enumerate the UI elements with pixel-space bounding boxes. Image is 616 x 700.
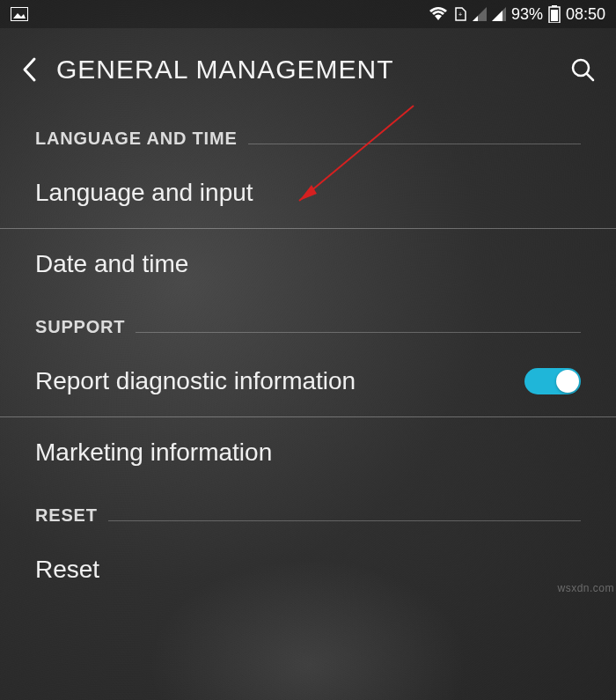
search-button[interactable] [570, 57, 595, 82]
item-reset[interactable]: Reset [0, 534, 616, 605]
section-header-language-time: LANGUAGE AND TIME [0, 111, 616, 158]
app-header: GENERAL MANAGEMENT [0, 28, 616, 111]
back-button[interactable] [21, 56, 39, 83]
clock-text: 08:50 [566, 5, 605, 24]
picture-icon [11, 7, 28, 21]
toggle-knob [556, 370, 579, 393]
item-marketing-info[interactable]: Marketing information [0, 417, 616, 488]
svg-rect-0 [11, 7, 28, 21]
wifi-icon [429, 6, 448, 22]
svg-text:+: + [458, 11, 462, 18]
section-header-support: SUPPORT [0, 299, 616, 346]
item-label: Report diagnostic information [35, 367, 356, 395]
watermark-text: wsxdn.com [557, 582, 614, 594]
item-date-time[interactable]: Date and time [0, 229, 616, 299]
toggle-report-diagnostic[interactable] [524, 368, 581, 394]
item-report-diagnostic[interactable]: Report diagnostic information [0, 346, 616, 417]
item-language-input[interactable]: Language and input [0, 158, 616, 229]
item-label: Marketing information [35, 438, 272, 467]
page-title: GENERAL MANAGEMENT [56, 55, 553, 85]
item-label: Language and input [35, 179, 253, 207]
svg-marker-6 [492, 11, 502, 21]
svg-marker-1 [13, 13, 26, 18]
signal-icon-1 [473, 7, 487, 21]
sim-icon: + [453, 6, 467, 22]
battery-percent-text: 93% [511, 5, 543, 24]
status-bar: + 93% 08:50 [0, 0, 616, 28]
svg-line-11 [587, 74, 593, 80]
section-header-reset: RESET [0, 488, 616, 534]
item-label: Reset [35, 556, 99, 584]
item-label: Date and time [35, 250, 188, 278]
signal-icon-2 [492, 7, 506, 21]
svg-marker-4 [473, 16, 478, 21]
battery-icon [548, 5, 561, 23]
svg-rect-9 [551, 10, 558, 21]
